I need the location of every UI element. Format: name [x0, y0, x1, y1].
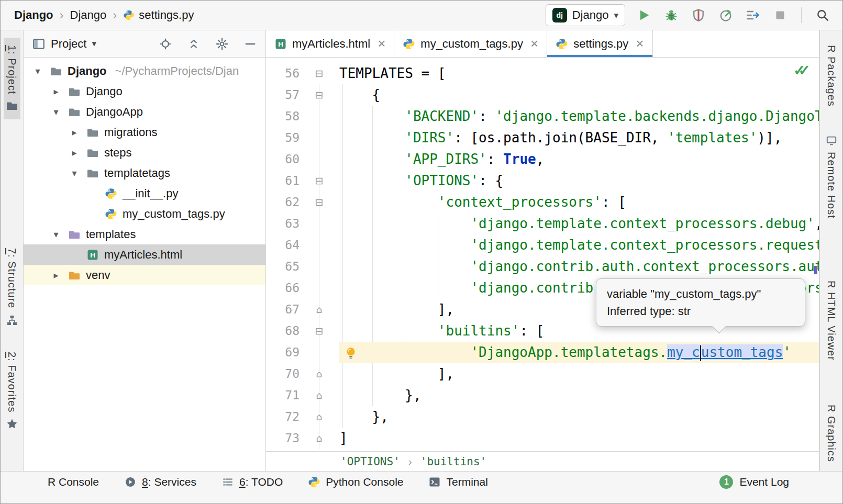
fold-start-icon[interactable]: ⊟ [300, 63, 339, 84]
tab-settings-py[interactable]: settings.py× [547, 30, 652, 57]
tab-myarticles-html[interactable]: HmyArticles.html× [266, 30, 394, 57]
status-todo[interactable]: 6: TODO [221, 476, 283, 488]
fold-end-icon[interactable]: ⌂ [300, 428, 339, 449]
tree-item-templatetags[interactable]: ▾templatetags [24, 163, 265, 183]
code-line-71[interactable]: 71⌂ }, [266, 385, 819, 406]
fold-start-icon[interactable]: ⊟ [300, 192, 339, 213]
code-text[interactable]: 'BACKEND': 'django.template.backends.dja… [339, 106, 819, 127]
fold-start-icon[interactable]: ⊟ [300, 320, 339, 342]
event-log-widget[interactable]: 1 Event Log [719, 475, 789, 489]
minus-button[interactable] [243, 37, 257, 51]
code-text[interactable]: 'DIRS': [os.path.join(BASE_DIR, 'templat… [339, 127, 819, 149]
status-python-console[interactable]: Python Console [308, 476, 403, 488]
editor-breadcrumb-item[interactable]: 'OPTIONS' [340, 455, 400, 468]
code-line-64[interactable]: 64 'django.template.context_processors.r… [266, 234, 819, 256]
fold-end-icon[interactable]: ⌂ [300, 299, 339, 320]
intention-bulb-icon[interactable] [343, 345, 358, 360]
tree-item-django[interactable]: ▸Django [24, 81, 265, 102]
tree-item-steps[interactable]: ▸steps [24, 142, 265, 163]
code-line-69[interactable]: 69 'DjangoApp.templatetags.my_custom_tag… [266, 342, 819, 363]
tool-button-r-html-viewer[interactable]: R HTML Viewer [823, 273, 839, 368]
fold-end-icon[interactable]: ⌂ [300, 385, 339, 406]
search-everywhere-button[interactable] [813, 6, 832, 25]
collapse-all-button[interactable] [187, 37, 201, 51]
code-text[interactable]: ] [339, 428, 819, 449]
profiler-button[interactable] [716, 6, 735, 25]
tool-button-r-graphics[interactable]: R Graphics [823, 397, 839, 469]
tree-down-arrow-icon[interactable]: ▾ [49, 229, 63, 240]
code-text[interactable]: { [339, 84, 819, 106]
tool-button-favorites[interactable]: 2: Favorites [4, 344, 20, 438]
tree-item-templates[interactable]: ▾templates [24, 224, 265, 244]
inspection-status-icon[interactable]: ✓✓ [793, 62, 811, 79]
project-panel-title[interactable]: Project [51, 37, 86, 51]
code-line-62[interactable]: 62⊟ 'context_processors': [ [266, 192, 819, 213]
tree-item-django[interactable]: ▾Django~/PycharmProjects/Djan [24, 61, 265, 81]
code-line-63[interactable]: 63 'django.template.context_processors.d… [266, 213, 819, 234]
code-line-70[interactable]: 70⌂ ], [266, 363, 819, 385]
code-line-61[interactable]: 61⊟ 'OPTIONS': { [266, 170, 819, 192]
code-line-57[interactable]: 57⊟ { [266, 84, 819, 106]
code-text[interactable]: 'django.template.context_processors.debu… [339, 213, 819, 234]
code-line-59[interactable]: 59 'DIRS': [os.path.join(BASE_DIR, 'temp… [266, 127, 819, 149]
code-text[interactable]: 'django.template.context_processors.requ… [339, 234, 819, 256]
gear-button[interactable] [215, 37, 229, 51]
status-r-console[interactable]: R Console [48, 476, 99, 488]
tree-item-migrations[interactable]: ▸migrations [24, 122, 265, 142]
fold-end-icon[interactable]: ⌂ [300, 406, 339, 428]
code-line-65[interactable]: 65 'django.contrib.auth.context_processo… [266, 256, 819, 277]
tree-right-arrow-icon[interactable]: ▸ [68, 127, 81, 138]
tree-item-my-custom-tags-py[interactable]: my_custom_tags.py [24, 204, 265, 224]
code-text[interactable]: }, [339, 385, 819, 406]
tab-my-custom-tags-py[interactable]: my_custom_tags.py× [394, 30, 547, 57]
tree-item-venv[interactable]: ▸venv [24, 265, 265, 285]
code-line-56[interactable]: 56⊟TEMPLATES = [ [266, 63, 819, 84]
tool-button-remote-host[interactable]: Remote Host [823, 128, 839, 226]
tree-item-djangoapp[interactable]: ▾DjangoApp [24, 102, 265, 122]
tree-down-arrow-icon[interactable]: ▾ [49, 106, 63, 118]
tree-item-init-py[interactable]: __init__.py [24, 183, 265, 204]
breadcrumb-item-django[interactable]: Django [70, 8, 107, 22]
code-line-72[interactable]: 72⌂ }, [266, 406, 819, 428]
run-configuration-select[interactable]: dj Django ▾ [546, 4, 625, 26]
chevron-down-icon[interactable]: ▾ [92, 38, 96, 49]
coverage-button[interactable] [689, 6, 708, 25]
crosshair-button[interactable] [159, 37, 172, 51]
code-text[interactable]: TEMPLATES = [ [339, 63, 819, 84]
tool-button-structure[interactable]: 7: Structure [4, 241, 20, 333]
status-terminal[interactable]: Terminal [428, 476, 487, 488]
run-button[interactable] [635, 6, 653, 25]
code-text[interactable]: 'APP_DIRS': True, [339, 149, 819, 170]
code-text[interactable]: 'context_processors': [ [339, 192, 819, 213]
code-line-60[interactable]: 60 'APP_DIRS': True, [266, 149, 819, 170]
status-services[interactable]: 8: Services [124, 476, 196, 488]
tree-right-arrow-icon[interactable]: ▸ [49, 270, 63, 281]
code-text[interactable]: 'OPTIONS': { [339, 170, 819, 192]
close-tab-icon[interactable]: × [636, 36, 644, 52]
code-line-73[interactable]: 73⌂] [266, 428, 819, 449]
code-text[interactable]: ], [339, 363, 819, 385]
breadcrumb-item-settings-py[interactable]: settings.py [123, 8, 194, 22]
close-tab-icon[interactable]: × [530, 36, 538, 52]
tree-right-arrow-icon[interactable]: ▸ [68, 147, 81, 159]
tree-down-arrow-icon[interactable]: ▾ [68, 167, 81, 179]
breadcrumb-item-django[interactable]: Django [14, 8, 53, 22]
concurrency-button[interactable] [744, 6, 762, 25]
reference-link[interactable]: ustom_tags [701, 344, 783, 360]
tool-button-project[interactable]: 1: Project [4, 38, 20, 119]
code-text[interactable]: 'DjangoApp.templatetags.my_custom_tags' [339, 342, 819, 363]
code-text[interactable]: }, [339, 406, 819, 428]
tree-down-arrow-icon[interactable]: ▾ [31, 65, 45, 77]
code-line-58[interactable]: 58 'BACKEND': 'django.template.backends.… [266, 106, 819, 127]
debug-button[interactable] [662, 6, 681, 25]
tool-button-r-packages[interactable]: R Packages [823, 38, 839, 114]
fold-end-icon[interactable]: ⌂ [300, 363, 339, 385]
fold-start-icon[interactable]: ⊟ [300, 170, 339, 192]
tree-right-arrow-icon[interactable]: ▸ [49, 86, 63, 97]
stop-button[interactable] [771, 6, 790, 25]
tree-item-myarticles-html[interactable]: HmyArticles.html [24, 244, 265, 265]
editor-breadcrumb-item[interactable]: 'builtins' [420, 455, 486, 468]
code-text[interactable]: 'django.contrib.auth.context_processors.… [339, 256, 819, 277]
reference-link[interactable]: my_c [667, 344, 700, 360]
fold-start-icon[interactable]: ⊟ [300, 84, 339, 106]
